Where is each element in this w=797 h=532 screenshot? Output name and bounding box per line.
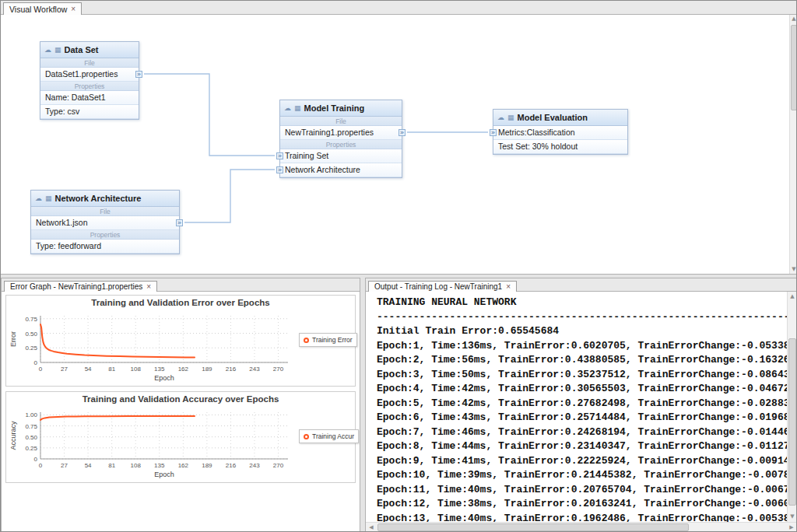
y-tick-label: 0 bbox=[34, 456, 38, 463]
input-row-network-architecture[interactable]: Network Architecture bbox=[280, 163, 402, 177]
cloud-icon: ☁ bbox=[44, 46, 51, 54]
table-icon: ▦ bbox=[45, 194, 52, 202]
accuracy-chart: Accuracy Epoch 00.250.500.751.0002754811… bbox=[6, 406, 356, 484]
y-axis-title: Accuracy bbox=[9, 421, 17, 450]
property-row-type: Type: csv bbox=[40, 105, 139, 119]
error-graph-tabbar: Error Graph - NewTraining1.properties × bbox=[2, 278, 360, 292]
x-tick-label: 27 bbox=[61, 366, 68, 373]
chart-title: Training and Validation Accuracy over Ep… bbox=[6, 392, 355, 404]
file-row[interactable]: Network1.json bbox=[31, 216, 179, 230]
training-log[interactable]: TRAINING NEURAL NETWORK-----------------… bbox=[366, 292, 787, 522]
scroll-thumb[interactable] bbox=[788, 338, 796, 506]
section-label-file: File bbox=[280, 117, 402, 126]
scroll-thumb[interactable] bbox=[377, 523, 689, 531]
connector-in-icon[interactable]: » bbox=[276, 152, 283, 159]
error-chart-box: Training and Validation Error over Epoch… bbox=[5, 295, 356, 387]
node-title: Network Architecture bbox=[55, 194, 142, 203]
output-vertical-scrollbar[interactable]: ▲ ▼ bbox=[787, 292, 797, 522]
log-line: Epoch:5, Time:42ms, TrainError:0.2768249… bbox=[377, 397, 787, 411]
log-line: TRAINING NEURAL NETWORK bbox=[377, 296, 787, 310]
log-line: Epoch:7, Time:46ms, TrainError:0.2426819… bbox=[377, 425, 787, 440]
series-line bbox=[40, 416, 195, 420]
x-tick-label: 135 bbox=[154, 366, 165, 373]
scroll-up-icon[interactable]: ▲ bbox=[790, 15, 797, 23]
x-tick-label: 216 bbox=[226, 366, 237, 373]
log-line: Epoch:3, Time:50ms, TrainError:0.3523751… bbox=[377, 368, 787, 383]
scroll-right-icon[interactable]: ▶ bbox=[787, 523, 796, 532]
log-line: Epoch:9, Time:41ms, TrainError:0.2222592… bbox=[377, 454, 787, 469]
section-label-properties: Properties bbox=[31, 230, 179, 240]
y-tick-label: 0.25 bbox=[25, 345, 37, 352]
error-graph-panel: Error Graph - NewTraining1.properties × … bbox=[1, 278, 360, 532]
connector-in-icon[interactable]: » bbox=[276, 166, 283, 173]
connector-out-icon[interactable]: » bbox=[176, 219, 183, 226]
node-network-architecture[interactable]: ☁ ▦ Network Architecture File Network1.j… bbox=[30, 190, 180, 254]
cloud-icon: ☁ bbox=[284, 104, 291, 112]
x-tick-label: 243 bbox=[249, 366, 260, 373]
wire-network-to-training bbox=[184, 170, 275, 222]
table-icon: ▦ bbox=[294, 104, 301, 112]
node-header: ☁ ▦ Network Architecture bbox=[31, 191, 179, 207]
scroll-down-icon[interactable]: ▼ bbox=[790, 265, 797, 274]
scroll-thumb[interactable] bbox=[791, 25, 797, 110]
scroll-down-icon[interactable]: ▼ bbox=[788, 513, 797, 521]
tab-visual-workflow[interactable]: Visual Workflow × bbox=[3, 2, 82, 15]
workflow-canvas[interactable]: ☁ ▦ Data Set File DataSet1.properties Pr… bbox=[1, 15, 797, 275]
y-tick-label: 0.25 bbox=[25, 445, 37, 452]
table-icon: ▦ bbox=[507, 114, 514, 121]
x-tick-label: 108 bbox=[131, 366, 142, 373]
node-header: ☁ ▦ Model Evaluation bbox=[493, 110, 627, 126]
node-data-set[interactable]: ☁ ▦ Data Set File DataSet1.properties Pr… bbox=[40, 41, 139, 120]
node-model-training[interactable]: ☁ ▦ Model Training File NewTraining1.pro… bbox=[279, 100, 402, 178]
section-label-file: File bbox=[40, 58, 139, 68]
y-tick-label: 0.50 bbox=[25, 331, 37, 338]
tab-error-graph[interactable]: Error Graph - NewTraining1.properties × bbox=[4, 281, 157, 292]
property-row-name: Name: DataSet1 bbox=[40, 91, 139, 105]
log-line: Epoch:13, Time:40ms, TrainError:0.196248… bbox=[377, 512, 787, 523]
y-tick-label: 0.75 bbox=[25, 316, 37, 323]
cloud-icon: ☁ bbox=[497, 114, 504, 121]
file-row[interactable]: DataSet1.properties bbox=[40, 68, 139, 82]
legend-label: Training Error bbox=[312, 336, 353, 344]
node-header: ☁ ▦ Data Set bbox=[40, 42, 139, 58]
node-title: Model Evaluation bbox=[518, 113, 588, 122]
section-label-properties: Properties bbox=[280, 140, 402, 149]
x-tick-label: 54 bbox=[85, 366, 92, 373]
node-model-evaluation[interactable]: ☁ ▦ Model Evaluation Metrics:Classificat… bbox=[493, 109, 628, 155]
series-marker-icon bbox=[304, 338, 309, 343]
close-icon[interactable]: × bbox=[71, 5, 75, 13]
row-test-set: Test Set: 30% holdout bbox=[493, 140, 627, 154]
row-metrics: Metrics:Classification bbox=[493, 126, 627, 140]
y-tick-label: 1.00 bbox=[25, 411, 37, 418]
output-horizontal-scrollbar[interactable]: ◀ ▶ bbox=[366, 522, 797, 532]
close-icon[interactable]: × bbox=[506, 283, 511, 291]
chart-title: Training and Validation Error over Epoch… bbox=[6, 296, 355, 307]
node-header: ☁ ▦ Model Training bbox=[280, 100, 402, 117]
accuracy-chart-box: Training and Validation Accuracy over Ep… bbox=[5, 391, 356, 483]
input-row-training-set[interactable]: Training Set bbox=[280, 149, 402, 163]
close-icon[interactable]: × bbox=[146, 283, 151, 291]
file-row[interactable]: NewTraining1.properties bbox=[280, 126, 402, 140]
scroll-left-icon[interactable]: ◀ bbox=[367, 523, 376, 532]
x-tick-label: 216 bbox=[226, 462, 237, 469]
connector-in-icon[interactable]: » bbox=[490, 129, 497, 136]
connector-out-icon[interactable]: » bbox=[398, 129, 406, 136]
x-tick-label: 243 bbox=[249, 462, 260, 469]
x-tick-label: 81 bbox=[108, 366, 115, 373]
connector-out-icon[interactable]: » bbox=[135, 71, 142, 78]
tab-label: Output - Training Log - NewTraining1 bbox=[374, 282, 502, 291]
log-line: Epoch:10, Time:39ms, TrainError:0.214453… bbox=[377, 468, 787, 483]
log-line: Epoch:1, Time:136ms, TrainError:0.602070… bbox=[377, 339, 787, 354]
series-marker-icon bbox=[304, 434, 309, 439]
y-tick-label: 0.75 bbox=[25, 423, 37, 430]
series-line bbox=[40, 324, 195, 358]
x-tick-label: 54 bbox=[85, 462, 92, 469]
tab-output-training-log[interactable]: Output - Training Log - NewTraining1 × bbox=[368, 281, 517, 292]
x-tick-label: 162 bbox=[178, 366, 189, 373]
scroll-up-icon[interactable]: ▲ bbox=[788, 292, 797, 301]
legend: Training Error bbox=[299, 333, 357, 347]
node-title: Data Set bbox=[65, 45, 99, 54]
x-tick-label: 162 bbox=[178, 462, 189, 469]
y-tick-label: 0.50 bbox=[25, 434, 37, 441]
canvas-vertical-scrollbar[interactable]: ▲ ▼ bbox=[789, 15, 797, 274]
